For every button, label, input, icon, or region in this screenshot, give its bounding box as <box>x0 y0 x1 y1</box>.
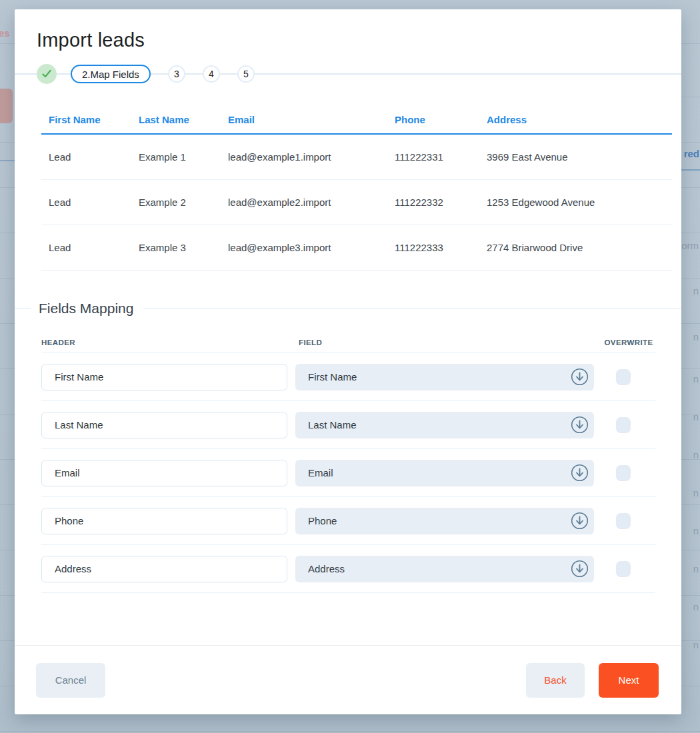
cancel-button[interactable]: Cancel <box>36 663 105 698</box>
overwrite-checkbox[interactable] <box>616 561 631 577</box>
import-stepper: 2.Map Fields 3 4 5 <box>15 64 681 84</box>
column-header: First Name <box>41 114 131 125</box>
overwrite-checkbox[interactable] <box>616 513 631 529</box>
overwrite-checkbox[interactable] <box>616 369 631 385</box>
import-leads-modal: Import leads 2.Map Fields 3 4 5 First Na… <box>15 9 681 714</box>
field-select-value: Phone <box>308 515 571 526</box>
header-input[interactable] <box>41 412 287 438</box>
mapping-row-last-name: Last Name <box>41 401 655 449</box>
header-input[interactable] <box>41 460 287 486</box>
step-5[interactable]: 5 <box>237 65 255 83</box>
dropdown-arrow-icon <box>571 512 589 530</box>
step-1-completed[interactable] <box>37 64 57 84</box>
cell-phone: 111222333 <box>387 242 479 253</box>
step-4[interactable]: 4 <box>203 65 220 83</box>
modal-footer: Cancel Back Next <box>15 645 681 714</box>
field-select-value: Last Name <box>308 419 571 430</box>
page-title: Import leads <box>15 29 681 51</box>
header-column-label: HEADER <box>41 339 287 347</box>
field-select-value: Email <box>308 467 571 478</box>
cell-first-name: Lead <box>41 197 131 208</box>
divider <box>143 309 681 309</box>
cell-last-name: Example 2 <box>131 197 221 208</box>
cell-first-name: Lead <box>41 242 131 253</box>
mapping-row-phone: Phone <box>41 497 655 545</box>
mapping-row-first-name: First Name <box>41 353 655 401</box>
divider <box>15 309 31 309</box>
mapping-header-row: HEADER FIELD OVERWRITE <box>41 339 655 353</box>
cell-address: 2774 Briarwood Drive <box>479 242 672 253</box>
back-button[interactable]: Back <box>526 663 585 698</box>
header-input[interactable] <box>41 508 287 534</box>
fields-mapping-grid: HEADER FIELD OVERWRITE First Name <box>41 317 655 593</box>
dropdown-arrow-icon <box>571 416 589 434</box>
step-2-map-fields[interactable]: 2.Map Fields <box>71 65 151 83</box>
mapping-row-email: Email <box>41 449 655 497</box>
cell-address: 3969 East Avenue <box>479 151 672 163</box>
cell-last-name: Example 3 <box>131 242 221 253</box>
check-icon <box>41 69 52 79</box>
field-select[interactable]: Last Name <box>295 412 594 438</box>
table-row: Lead Example 2 lead@example2.import 1112… <box>41 180 672 225</box>
field-select-value: Address <box>308 563 571 574</box>
field-select[interactable]: Email <box>295 460 594 486</box>
cell-phone: 111222332 <box>387 197 479 208</box>
fields-mapping-section-header: Fields Mapping <box>15 301 681 317</box>
step-3[interactable]: 3 <box>168 65 185 83</box>
field-select[interactable]: Address <box>295 556 594 582</box>
column-header: Address <box>479 114 672 125</box>
cell-email: lead@example1.import <box>221 151 387 163</box>
column-header: Phone <box>387 114 479 125</box>
fields-mapping-title: Fields Mapping <box>39 301 133 317</box>
field-select-value: First Name <box>308 371 571 382</box>
table-row: Lead Example 1 lead@example1.import 1112… <box>41 135 672 180</box>
cell-phone: 111222331 <box>387 151 479 163</box>
cell-email: lead@example2.import <box>221 197 387 208</box>
dropdown-arrow-icon <box>571 464 589 482</box>
field-select[interactable]: Phone <box>295 508 594 534</box>
overwrite-column-label: OVERWRITE <box>604 339 653 347</box>
column-header: Email <box>221 114 387 125</box>
dropdown-arrow-icon <box>571 368 589 386</box>
dropdown-arrow-icon <box>571 560 589 578</box>
overwrite-checkbox[interactable] <box>616 417 631 433</box>
preview-table-header-row: First Name Last Name Email Phone Address <box>41 106 672 135</box>
column-header: Last Name <box>131 114 221 125</box>
cell-first-name: Lead <box>41 151 131 163</box>
cell-email: lead@example3.import <box>221 242 387 253</box>
header-input[interactable] <box>41 556 287 582</box>
overwrite-checkbox[interactable] <box>616 465 631 481</box>
cell-last-name: Example 1 <box>131 151 221 163</box>
header-input[interactable] <box>41 364 287 390</box>
field-select[interactable]: First Name <box>295 364 594 390</box>
field-column-label: FIELD <box>295 339 594 347</box>
table-row: Lead Example 3 lead@example3.import 1112… <box>41 225 672 271</box>
leads-preview-table: First Name Last Name Email Phone Address… <box>41 106 672 271</box>
next-button[interactable]: Next <box>599 663 659 698</box>
mapping-row-address: Address <box>41 545 655 593</box>
cell-address: 1253 Edgewood Avenue <box>479 197 672 208</box>
